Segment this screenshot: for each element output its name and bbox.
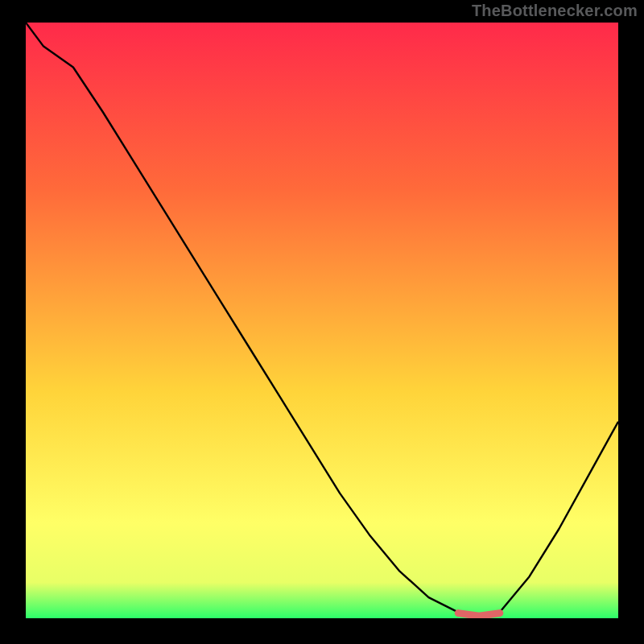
optimal-range-marker [458,613,500,617]
chart-svg [26,23,618,618]
gradient-background [26,23,618,618]
watermark-text: TheBottlenecker.com [472,2,638,20]
chart-container: TheBottlenecker.com [0,0,644,644]
plot-area [26,23,618,618]
